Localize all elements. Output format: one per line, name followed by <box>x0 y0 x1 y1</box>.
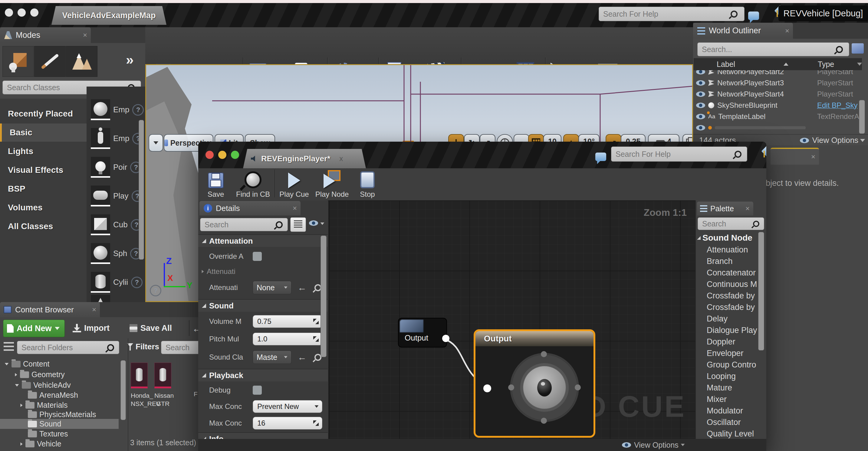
use-selected-arrow-icon[interactable]: ← <box>298 352 307 362</box>
map-tab[interactable]: VehicleAdvExampleMap <box>52 6 166 25</box>
palette-item[interactable]: Quality Level <box>707 429 754 439</box>
details-close-icon[interactable]: × <box>807 153 819 161</box>
palette-item[interactable]: Attenuation <box>707 245 748 254</box>
import-button[interactable]: Import <box>73 320 124 337</box>
expand-icon[interactable] <box>202 270 204 273</box>
palette-close-icon[interactable]: × <box>742 204 753 213</box>
list-item[interactable]: Cub ? <box>91 214 142 235</box>
palette-item[interactable]: Mature <box>707 383 732 393</box>
category-all-classes[interactable]: All Classes <box>0 217 87 236</box>
table-row[interactable]: Aa TemplateLabel TextRenderA <box>694 111 858 122</box>
tree-item-textures[interactable]: Textures <box>0 429 119 439</box>
modes-scrollbar[interactable] <box>138 120 144 260</box>
sound-section-header[interactable]: Sound <box>198 299 328 312</box>
add-new-button[interactable]: Add New <box>3 320 65 337</box>
sc-details-close-icon[interactable]: × <box>289 204 301 212</box>
list-item[interactable]: Emp ? <box>91 99 144 120</box>
outliner-search-input[interactable]: Search... <box>697 42 849 56</box>
palette-item[interactable]: Mixer <box>707 395 727 404</box>
attenuation-section-header[interactable]: Attenuation <box>198 234 328 247</box>
expand-icon[interactable] <box>21 442 23 446</box>
visibility-eye-icon[interactable] <box>696 80 705 86</box>
viewport-help-icon[interactable]: ? <box>150 285 161 296</box>
traffic-light-zoom-button[interactable] <box>30 8 38 17</box>
tutorial-cap-icon[interactable] <box>761 146 766 158</box>
palette-tab[interactable]: Palette × <box>697 202 753 215</box>
traffic-light-close-button[interactable] <box>5 8 13 17</box>
play-cue-button[interactable]: Play Cue <box>278 168 311 199</box>
asset-tile-honda[interactable]: Honda_ NSX_REV <box>131 363 148 402</box>
palette-item[interactable]: Doppler <box>707 337 736 347</box>
edit-blueprint-link[interactable]: Edit BP_Sky <box>817 101 858 110</box>
table-row[interactable]: NetworkPlayerStart2 PlayerStart <box>694 70 858 77</box>
pitch-multiplier-field[interactable]: 1.0 <box>253 333 322 345</box>
palette-item[interactable]: Looping <box>707 372 736 381</box>
traffic-light-minimize-button[interactable] <box>218 151 226 159</box>
table-row[interactable]: SkyShereBlueprint Edit BP_Sky <box>694 99 858 111</box>
expand-icon[interactable] <box>5 363 9 365</box>
palette-item[interactable]: Oscillator <box>707 418 741 427</box>
label-column-header[interactable]: Label <box>717 60 735 69</box>
mode-landscape-button[interactable] <box>66 46 97 77</box>
input-pin-icon[interactable] <box>483 384 491 392</box>
sources-toggle-icon[interactable] <box>4 342 14 351</box>
category-lights[interactable]: Lights <box>0 142 87 160</box>
visibility-eye-icon[interactable] <box>696 70 705 74</box>
list-item[interactable]: Sph ? <box>91 243 142 264</box>
palette-scrollbar[interactable] <box>758 232 764 351</box>
tree-item-arenamesh[interactable]: ArenaMesh <box>0 390 119 400</box>
sound-node-group-header[interactable]: Sound Node <box>697 233 752 243</box>
stop-button[interactable]: Stop <box>354 168 381 199</box>
traffic-light-close-button[interactable] <box>206 151 214 159</box>
category-basic[interactable]: Basic <box>0 123 87 142</box>
list-item[interactable]: Cylii ? <box>91 272 143 293</box>
table-row[interactable] <box>694 122 858 133</box>
search-folders-input[interactable]: Search Folders <box>17 341 119 354</box>
filters-button[interactable]: Filters <box>127 342 166 352</box>
palette-item[interactable]: Continuous M <box>707 280 757 289</box>
play-node-button[interactable]: Play Node <box>314 168 350 199</box>
palette-item[interactable]: Concatenator <box>707 268 756 277</box>
view-options-button[interactable]: View Options <box>812 136 858 145</box>
palette-item[interactable]: Enveloper <box>707 349 744 358</box>
list-item[interactable]: Play ? <box>91 185 143 206</box>
graph-view-options-button[interactable]: View Options <box>634 441 679 450</box>
max-concurrent-count-field[interactable]: 16 <box>253 417 322 429</box>
tab-close-icon[interactable]: x <box>339 154 343 163</box>
list-item[interactable]: Poir ? <box>91 157 142 178</box>
use-selected-arrow-icon[interactable]: ← <box>298 282 307 293</box>
save-all-button[interactable]: Save All <box>129 320 187 337</box>
tree-item-geometry[interactable]: Geometry <box>0 369 119 380</box>
visibility-eye-icon[interactable] <box>696 125 705 130</box>
mode-place-button[interactable] <box>2 46 34 77</box>
type-filter-icon[interactable] <box>857 63 862 66</box>
traffic-light-zoom-button[interactable] <box>231 151 239 159</box>
source-node[interactable]: Output <box>398 318 447 348</box>
category-volumes[interactable]: Volumes <box>0 199 87 217</box>
find-in-cb-button[interactable]: Find in CB <box>234 168 273 199</box>
debug-checkbox[interactable] <box>253 386 262 395</box>
sc-details-scrollbar[interactable] <box>320 236 327 357</box>
help-badge-icon[interactable]: ? <box>131 277 143 288</box>
max-concurrent-mode-dropdown[interactable]: Prevent New <box>253 400 322 413</box>
world-outliner-tab[interactable]: World Outliner × <box>693 23 793 39</box>
attenuation-settings-dropdown[interactable]: None <box>253 281 291 294</box>
palette-search-input[interactable]: Search <box>698 217 764 230</box>
expand-icon[interactable] <box>15 384 19 387</box>
playback-section-header[interactable]: Playback <box>198 369 328 381</box>
feedback-bubble-icon[interactable] <box>595 153 606 161</box>
palette-item[interactable]: Branch <box>707 257 733 266</box>
sound-cue-graph[interactable]: Zoom 1:1 SOUND CUE Output Output <box>329 200 695 439</box>
expand-icon[interactable] <box>15 373 17 376</box>
sc-save-button[interactable]: Save <box>201 168 230 199</box>
sound-class-dropdown[interactable]: Maste <box>253 351 291 364</box>
palette-item[interactable]: Modulator <box>707 406 743 416</box>
traffic-light-minimize-button[interactable] <box>18 8 26 17</box>
modes-tab[interactable]: Modes × <box>0 27 91 43</box>
category-bsp[interactable]: BSP <box>0 180 87 198</box>
sound-cue-tab[interactable]: REVEnginePlayer* x <box>243 149 366 168</box>
tree-item-content[interactable]: Content <box>0 359 119 369</box>
mode-paint-button[interactable] <box>34 46 66 77</box>
outliner-scrollbar[interactable] <box>859 100 865 134</box>
tree-item-vehicle[interactable]: Vehicle <box>0 439 119 449</box>
